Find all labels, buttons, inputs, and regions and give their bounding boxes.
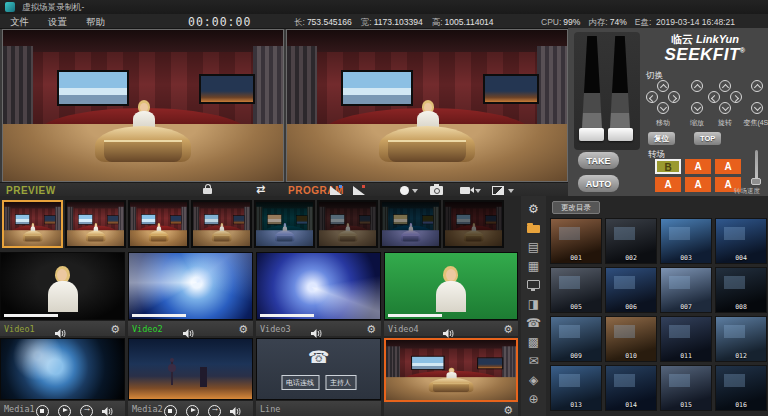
gear-icon[interactable]: ⚙: [503, 322, 513, 336]
scene-thumb-004[interactable]: 004: [715, 218, 767, 264]
media2-source[interactable]: Media2: [128, 338, 253, 416]
loop-icon[interactable]: [208, 405, 221, 416]
scene-thumb-011[interactable]: 011: [660, 316, 712, 362]
take-button[interactable]: TAKE: [578, 152, 619, 169]
transition-a-button-4[interactable]: A: [685, 177, 711, 192]
stop-icon[interactable]: [164, 405, 177, 416]
scene-thumb-007[interactable]: 007: [660, 267, 712, 313]
transition-a-button-1[interactable]: A: [685, 159, 711, 174]
play-icon[interactable]: [58, 405, 71, 416]
video2-source[interactable]: Video2 ⚙: [128, 252, 253, 336]
transition-wipe-icon-2[interactable]: [353, 185, 366, 195]
record-icon[interactable]: [400, 186, 409, 195]
image-output-icon[interactable]: [492, 186, 504, 195]
scene-list-icon[interactable]: ▤: [521, 240, 546, 256]
pad-2-up-button[interactable]: [691, 80, 703, 92]
image-dropdown-icon[interactable]: [508, 189, 514, 193]
phone-icon[interactable]: ☎: [521, 316, 546, 332]
pad-3-down-button[interactable]: [719, 102, 731, 114]
t-bar-handle-right[interactable]: [608, 128, 633, 141]
scene-thumb-001[interactable]: 001: [550, 218, 602, 264]
scene-thumb-012[interactable]: 012: [715, 316, 767, 362]
add-icon[interactable]: ⊕: [521, 392, 546, 408]
pad-4-down-button[interactable]: [751, 102, 763, 114]
filmstrip-thumb-5[interactable]: [254, 200, 315, 248]
scene-thumb-013[interactable]: 013: [550, 365, 602, 411]
display-icon[interactable]: [521, 278, 546, 294]
lock-icon[interactable]: [203, 188, 212, 194]
line-source[interactable]: ☎ 电话连线 主持人 Line: [256, 338, 381, 416]
pattern-icon[interactable]: ▩: [521, 335, 546, 351]
gear-icon[interactable]: ⚙: [503, 403, 513, 416]
pad-1-up-button[interactable]: [657, 80, 669, 92]
transition-b-button[interactable]: B: [655, 159, 681, 174]
studio-screen-left: [456, 214, 471, 225]
pad-3-left-button[interactable]: [708, 91, 720, 103]
pad-2-down-button[interactable]: [691, 102, 703, 114]
auto-button[interactable]: AUTO: [578, 175, 619, 192]
scene-thumb-005[interactable]: 005: [550, 267, 602, 313]
active-scene-source[interactable]: ⚙: [384, 338, 518, 416]
video-dropdown-icon[interactable]: [475, 189, 481, 193]
top-button[interactable]: TOP: [694, 132, 721, 145]
pad-1-right-button[interactable]: [668, 91, 680, 103]
network-icon[interactable]: ◈: [521, 373, 546, 389]
filmstrip-thumb-8[interactable]: [443, 200, 504, 248]
video4-source[interactable]: Video4 ⚙: [384, 252, 518, 336]
loop-icon[interactable]: [80, 405, 93, 416]
transition-a-button-2[interactable]: A: [715, 159, 741, 174]
menu-file[interactable]: 文件: [6, 16, 33, 29]
menu-settings[interactable]: 设置: [44, 16, 71, 29]
scene-thumb-016[interactable]: 016: [715, 365, 767, 411]
scene-thumb-010[interactable]: 010: [605, 316, 657, 362]
snapshot-camera-icon[interactable]: [430, 186, 443, 195]
media-grid-icon[interactable]: ▦: [521, 259, 546, 275]
filmstrip-thumb-4[interactable]: [191, 200, 252, 248]
video1-source[interactable]: Video1 ⚙: [0, 252, 125, 336]
gear-icon[interactable]: ⚙: [366, 322, 376, 336]
audio-meter: [388, 314, 442, 317]
image-panel-icon[interactable]: ◨: [521, 297, 546, 313]
settings-gear-icon[interactable]: ⚙: [521, 202, 546, 218]
filmstrip-thumb-3[interactable]: [128, 200, 189, 248]
stop-icon[interactable]: [36, 405, 49, 416]
transition-wipe-icon-1[interactable]: [330, 185, 343, 195]
menu-help[interactable]: 帮助: [82, 16, 109, 29]
scene-thumb-003[interactable]: 003: [660, 218, 712, 264]
filmstrip-thumb-1[interactable]: [2, 200, 63, 248]
swap-icon[interactable]: ⇄: [256, 183, 265, 196]
program-monitor[interactable]: [286, 29, 568, 182]
reset-button[interactable]: 复位: [648, 132, 675, 145]
mail-icon[interactable]: ✉: [521, 354, 546, 370]
filmstrip-thumb-6[interactable]: [317, 200, 378, 248]
t-bar-handle-left[interactable]: [579, 128, 604, 141]
host-button[interactable]: 主持人: [325, 375, 356, 390]
save-folder-icon[interactable]: [521, 221, 546, 237]
scene-thumb-008[interactable]: 008: [715, 267, 767, 313]
record-dropdown-icon[interactable]: [412, 189, 418, 193]
filmstrip-thumb-7[interactable]: [380, 200, 441, 248]
phone-connect-button[interactable]: 电话连线: [281, 375, 319, 390]
pad-4-up-button[interactable]: [751, 80, 763, 92]
pad-1-down-button[interactable]: [657, 102, 669, 114]
speaker-icon[interactable]: [102, 402, 113, 416]
transition-a-button-3[interactable]: A: [655, 177, 681, 192]
media1-source[interactable]: Media1: [0, 338, 125, 416]
pad-3-up-button[interactable]: [719, 80, 731, 92]
scene-thumb-015[interactable]: 015: [660, 365, 712, 411]
scene-thumb-009[interactable]: 009: [550, 316, 602, 362]
play-icon[interactable]: [186, 405, 199, 416]
scene-thumb-002[interactable]: 002: [605, 218, 657, 264]
transition-speed-slider[interactable]: [751, 178, 761, 185]
preview-monitor[interactable]: [2, 29, 284, 182]
speaker-icon[interactable]: [230, 402, 241, 416]
filmstrip-thumb-2[interactable]: [65, 200, 126, 248]
gear-icon[interactable]: ⚙: [110, 322, 120, 336]
video-capture-icon[interactable]: [460, 187, 470, 194]
change-directory-button[interactable]: 更改目录: [552, 201, 600, 214]
pad-1-left-button[interactable]: [646, 91, 658, 103]
video3-source[interactable]: Video3 ⚙: [256, 252, 381, 336]
gear-icon[interactable]: ⚙: [238, 322, 248, 336]
scene-thumb-014[interactable]: 014: [605, 365, 657, 411]
scene-thumb-006[interactable]: 006: [605, 267, 657, 313]
